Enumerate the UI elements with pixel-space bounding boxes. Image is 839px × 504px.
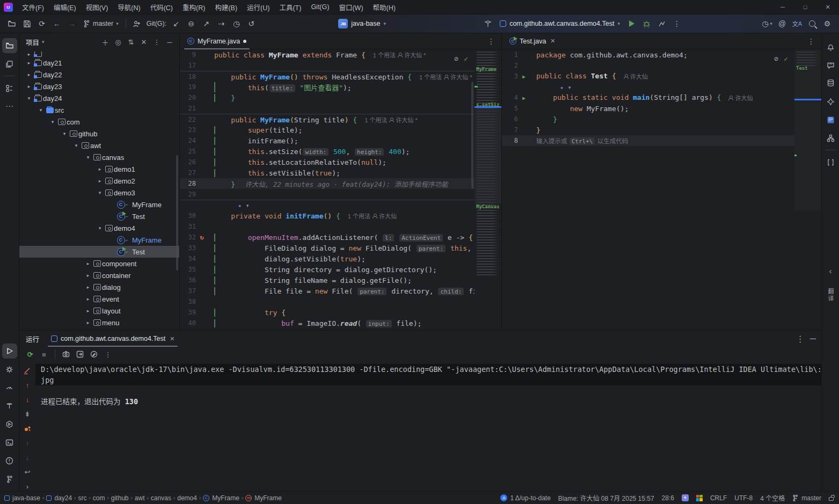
tree-item-demo2[interactable]: ▸demo2	[19, 175, 179, 187]
tree-chevron-icon[interactable]: ▾	[60, 131, 69, 136]
project-toolwindow-icon[interactable]	[2, 38, 17, 53]
git-push-icon[interactable]: ↗	[199, 17, 213, 31]
open-in-editor-icon[interactable]	[74, 348, 86, 361]
terminal-toolwindow-icon[interactable]	[2, 435, 17, 450]
tree-chevron-icon[interactable]: ▸	[96, 166, 104, 172]
tab-test-java[interactable]: C Test.java ✕	[504, 33, 561, 49]
ai-assistant-status-icon[interactable]: ✦	[682, 494, 689, 501]
add-user-icon[interactable]	[130, 17, 144, 31]
tree-item-container[interactable]: ▸container	[19, 269, 179, 281]
minimap-right[interactable]: Test	[794, 49, 821, 330]
settings-gear-icon[interactable]: ⚙	[820, 17, 834, 31]
breadcrumb-day24[interactable]: day24	[46, 494, 72, 502]
save-icon[interactable]	[20, 17, 34, 31]
run-gutter-icon[interactable]: ▶	[522, 95, 526, 101]
editor-options-icon[interactable]: ⋮	[483, 37, 499, 46]
down-icon[interactable]: ↓	[23, 452, 32, 462]
breadcrumb-demo4[interactable]: demo4	[177, 494, 197, 502]
translate-toolwindow-button[interactable]: 翻译	[826, 284, 835, 306]
add-icon[interactable]: ＋	[99, 35, 112, 48]
ai-assistant-icon[interactable]	[823, 94, 838, 109]
build-toolwindow-icon[interactable]	[2, 398, 17, 413]
breadcrumb-src[interactable]: src	[78, 494, 86, 502]
no-problems-icon[interactable]: ✓	[464, 55, 468, 63]
locate-file-icon[interactable]: ◎	[112, 35, 125, 48]
tree-item-component[interactable]: ▸component	[19, 258, 179, 269]
run-panel-options-icon[interactable]: ⋮	[796, 334, 805, 344]
ai-chat-icon[interactable]	[823, 57, 838, 72]
hierarchy-icon[interactable]	[823, 130, 838, 145]
tree-chevron-icon[interactable]: ▸	[25, 72, 33, 77]
brackets-icon[interactable]	[823, 155, 838, 170]
run-tab[interactable]: com.github.awt.canvas.demo4.Test ✕	[47, 331, 179, 347]
tree-item-clipped[interactable]: ▸	[19, 52, 179, 57]
indent-widget[interactable]: 4 个空格	[760, 493, 785, 502]
tree-item-day23[interactable]: ▸day23	[19, 81, 179, 92]
stop-icon[interactable]: ■	[38, 348, 50, 361]
tree-chevron-icon[interactable]: ▸	[25, 52, 33, 57]
hide-hints-icon[interactable]: ⊘	[774, 55, 778, 63]
expand-strip-icon[interactable]: ›	[23, 481, 32, 491]
encoding-widget[interactable]: UTF-8	[734, 494, 753, 502]
git-cherry-pick-icon[interactable]: ⇢	[214, 17, 228, 31]
menu-item-4[interactable]: 导航(N)	[113, 0, 145, 14]
bookmarks-toolwindow-icon[interactable]	[2, 56, 17, 71]
search-everywhere-icon[interactable]	[805, 17, 819, 31]
tree-item-demo1[interactable]: ▸demo1	[19, 163, 179, 175]
edit-config-icon[interactable]	[87, 348, 100, 361]
next-stacktrace-icon[interactable]: ↓	[23, 395, 32, 405]
tree-chevron-icon[interactable]: ▾	[96, 225, 104, 231]
scroll-to-end-icon[interactable]: ⇟	[23, 410, 32, 419]
close-button[interactable]: ✕	[816, 0, 839, 14]
tree-chevron-icon[interactable]: ▾	[84, 155, 92, 160]
branch-widget[interactable]: master ▾	[79, 17, 122, 31]
breadcrumb-myframe[interactable]: CMyFrame	[203, 494, 239, 502]
project-widget[interactable]: JB java-base ▾	[334, 17, 390, 31]
tree-item-event[interactable]: ▸event	[19, 293, 179, 305]
tree-chevron-icon[interactable]: ▸	[84, 284, 92, 290]
tree-item-awt[interactable]: ▾awt	[19, 140, 179, 151]
run-with-coverage-icon[interactable]: ◷▾	[760, 17, 774, 31]
prev-stacktrace-icon[interactable]: ↑	[23, 381, 32, 390]
soft-wrap-icon[interactable]: ↩	[23, 467, 32, 477]
menu-item-5[interactable]: 代码(C)	[145, 0, 178, 14]
dependencies-icon[interactable]	[823, 112, 838, 127]
breadcrumb-github[interactable]: github	[111, 494, 129, 502]
tree-chevron-icon[interactable]: ▾	[72, 143, 81, 148]
close-icon[interactable]: ✕	[550, 38, 555, 45]
more-toolwindows-icon[interactable]: ⋯	[2, 99, 17, 114]
tree-chevron-icon[interactable]: ▾	[37, 107, 45, 113]
translate-icon[interactable]: 文A	[790, 17, 804, 31]
code-with-me-icon[interactable]: @	[775, 17, 789, 31]
tree-item-github[interactable]: ▾github	[19, 128, 179, 140]
menu-item-9[interactable]: 工具(T)	[274, 0, 306, 14]
code-vision-hint[interactable]: 1 个用法许大仙 *	[419, 72, 472, 81]
project-panel-title[interactable]: 项目▾	[26, 37, 45, 47]
maximize-button[interactable]: □	[794, 0, 816, 14]
idea-logo-icon[interactable]: IJ	[4, 3, 13, 12]
hide-run-panel-icon[interactable]: ─	[810, 334, 816, 344]
editor-left-body[interactable]: ⊘ ✓ 9public class MyFrame extends Frame …	[180, 49, 501, 330]
sync-icon[interactable]: ⟳	[35, 17, 49, 31]
editor-options-icon[interactable]: ⋮	[803, 37, 819, 46]
editor-scrollbar[interactable]	[471, 82, 473, 189]
rerun-icon[interactable]: ⟳	[24, 348, 37, 361]
back-icon[interactable]: ←	[50, 17, 64, 31]
tree-item-dialog[interactable]: ▸dialog	[19, 281, 179, 293]
tree-item-test[interactable]: C⌐Test	[19, 246, 179, 258]
debug-button[interactable]	[640, 17, 654, 31]
tree-item-myframe[interactable]: C⌐MyFrame	[19, 199, 179, 210]
commit-toolwindow-icon[interactable]	[2, 81, 17, 96]
git-history-icon[interactable]: ◷	[229, 17, 243, 31]
tree-item-canvas[interactable]: ▾canvas	[19, 151, 179, 163]
tree-chevron-icon[interactable]: ▸	[25, 60, 33, 65]
more-options-icon[interactable]: ⋮	[150, 35, 163, 48]
run-toolwindow-icon[interactable]	[2, 344, 17, 359]
tree-chevron-icon[interactable]: ▸	[84, 296, 92, 302]
line-ending-widget[interactable]: CRLF	[710, 494, 727, 502]
tree-chevron-icon[interactable]: ▾	[25, 96, 33, 101]
menu-item-7[interactable]: 构建(B)	[210, 0, 242, 14]
tree-item-src[interactable]: ▾src	[19, 104, 179, 116]
tree-chevron-icon[interactable]: ▸	[96, 178, 104, 184]
tree-chevron-icon[interactable]: ▸	[84, 273, 92, 278]
